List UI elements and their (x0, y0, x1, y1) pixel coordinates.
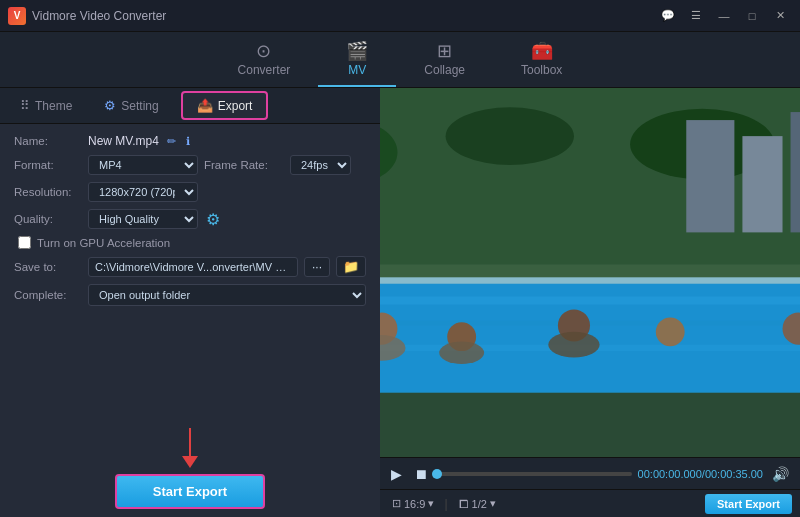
svg-rect-12 (380, 321, 800, 326)
complete-select[interactable]: Open output folder Do nothing Shutdown (88, 284, 366, 306)
name-value: New MV.mp4 (88, 134, 159, 148)
format-row: Format: MP4 MOV AVI MKV Frame Rate: 24fp… (14, 155, 366, 175)
main-area: ⠿ Theme ⚙ Setting 📤 Export Name: New MV.… (0, 88, 800, 517)
title-bar: V Vidmore Video Converter 💬 ☰ — □ ✕ (0, 0, 800, 32)
open-folder-button[interactable]: 📁 (336, 256, 366, 277)
frame-rate-select[interactable]: 24fps 30fps 60fps (290, 155, 351, 175)
svg-point-23 (548, 332, 599, 358)
subtab-export[interactable]: 📤 Export (181, 91, 269, 120)
arrow-line (189, 428, 191, 456)
collage-icon: ⊞ (437, 42, 452, 60)
gpu-checkbox[interactable] (18, 236, 31, 249)
gpu-label: Turn on GPU Acceleration (37, 237, 170, 249)
segment-icon: ⧠ (458, 498, 469, 510)
complete-label: Complete: (14, 289, 82, 301)
ratio-chevron: ▾ (428, 497, 434, 510)
arrow-area (0, 422, 380, 470)
segment-button[interactable]: ⧠ 1/2 ▾ (454, 497, 500, 510)
save-label: Save to: (14, 261, 82, 273)
maximize-button[interactable]: □ (740, 7, 764, 25)
gear-icon: ⚙ (104, 98, 116, 113)
mv-icon: 🎬 (346, 42, 368, 60)
ratio-label: 16:9 (404, 498, 425, 510)
info-button[interactable]: ℹ (184, 135, 192, 148)
tab-toolbox[interactable]: 🧰 Toolbox (493, 36, 590, 87)
tab-converter-label: Converter (238, 63, 291, 77)
settings-gear-button[interactable]: ⚙ (204, 210, 222, 229)
play-button[interactable]: ▶ (388, 466, 405, 482)
resolution-select[interactable]: 1280x720 (720p) 1920x1080 (1080p) 640x48… (88, 182, 198, 202)
converter-icon: ⊙ (256, 42, 271, 60)
window-controls: 💬 ☰ — □ ✕ (656, 7, 792, 25)
complete-row: Complete: Open output folder Do nothing … (14, 284, 366, 306)
ratio-icon: ⊡ (392, 497, 401, 510)
right-panel: ▶ ⏹ 00:00:00.000/00:00:35.00 🔊 ⊡ 16:9 ▾ … (380, 88, 800, 517)
svg-rect-8 (791, 112, 800, 232)
export-icon: 📤 (197, 98, 213, 113)
svg-point-22 (439, 341, 484, 363)
title-bar-left: V Vidmore Video Converter (8, 7, 166, 25)
edit-name-button[interactable]: ✏ (165, 135, 178, 148)
subtab-setting-label: Setting (121, 99, 158, 113)
tab-collage-label: Collage (424, 63, 465, 77)
start-export-button[interactable]: Start Export (115, 474, 265, 509)
save-path: C:\Vidmore\Vidmore V...onverter\MV Expor… (88, 257, 298, 277)
name-row: Name: New MV.mp4 ✏ ℹ (14, 134, 366, 148)
segment-chevron: ▾ (490, 497, 496, 510)
format-select[interactable]: MP4 MOV AVI MKV (88, 155, 198, 175)
svg-rect-11 (380, 297, 800, 305)
resolution-label: Resolution: (14, 186, 82, 198)
chat-icon[interactable]: 💬 (656, 7, 680, 25)
svg-rect-15 (380, 393, 800, 457)
app-icon: V (8, 7, 26, 25)
pool-scene (380, 88, 800, 457)
browse-button[interactable]: ··· (304, 257, 330, 277)
form-area: Name: New MV.mp4 ✏ ℹ Format: MP4 MOV AVI… (0, 124, 380, 422)
app-title: Vidmore Video Converter (32, 9, 166, 23)
left-panel: ⠿ Theme ⚙ Setting 📤 Export Name: New MV.… (0, 88, 380, 517)
subtab-setting[interactable]: ⚙ Setting (88, 88, 174, 123)
stop-button[interactable]: ⏹ (411, 466, 431, 482)
controls-bar: ▶ ⏹ 00:00:00.000/00:00:35.00 🔊 (380, 457, 800, 489)
svg-rect-14 (380, 277, 800, 283)
close-button[interactable]: ✕ (768, 7, 792, 25)
format-label: Format: (14, 159, 82, 171)
tab-mv[interactable]: 🎬 MV (318, 36, 396, 87)
tab-mv-label: MV (348, 63, 366, 77)
bottom-controls: ⊡ 16:9 ▾ | ⧠ 1/2 ▾ Start Export (380, 489, 800, 517)
svg-point-19 (656, 317, 685, 346)
segment-label: 1/2 (472, 498, 487, 510)
tab-collage[interactable]: ⊞ Collage (396, 36, 493, 87)
tab-toolbox-label: Toolbox (521, 63, 562, 77)
quality-label: Quality: (14, 213, 82, 225)
subtab-theme[interactable]: ⠿ Theme (4, 88, 88, 123)
nav-tabs: ⊙ Converter 🎬 MV ⊞ Collage 🧰 Toolbox (0, 32, 800, 88)
sub-tabs: ⠿ Theme ⚙ Setting 📤 Export (0, 88, 380, 124)
menu-icon[interactable]: ☰ (684, 7, 708, 25)
gpu-checkbox-row: Turn on GPU Acceleration (14, 236, 366, 249)
arrow-head (182, 456, 198, 468)
video-preview (380, 88, 800, 457)
subtab-theme-label: Theme (35, 99, 72, 113)
svg-rect-7 (742, 136, 782, 232)
minimize-button[interactable]: — (712, 7, 736, 25)
separator: | (444, 497, 447, 511)
svg-point-3 (446, 107, 574, 165)
time-display: 00:00:00.000/00:00:35.00 (638, 468, 763, 480)
subtab-export-label: Export (218, 99, 253, 113)
progress-bar[interactable] (437, 472, 632, 476)
save-row: Save to: C:\Vidmore\Vidmore V...onverter… (14, 256, 366, 277)
resolution-row: Resolution: 1280x720 (720p) 1920x1080 (1… (14, 182, 366, 202)
svg-rect-6 (686, 120, 734, 232)
toolbox-icon: 🧰 (531, 42, 553, 60)
theme-grid-icon: ⠿ (20, 98, 30, 113)
quality-select[interactable]: High Quality Medium Quality Low Quality (88, 209, 198, 229)
name-label: Name: (14, 135, 82, 147)
ratio-button[interactable]: ⊡ 16:9 ▾ (388, 497, 438, 510)
progress-dot (432, 469, 442, 479)
tab-converter[interactable]: ⊙ Converter (210, 36, 319, 87)
frame-rate-label: Frame Rate: (204, 159, 284, 171)
volume-button[interactable]: 🔊 (769, 466, 792, 482)
start-export-small-button[interactable]: Start Export (705, 494, 792, 514)
quality-row: Quality: High Quality Medium Quality Low… (14, 209, 366, 229)
